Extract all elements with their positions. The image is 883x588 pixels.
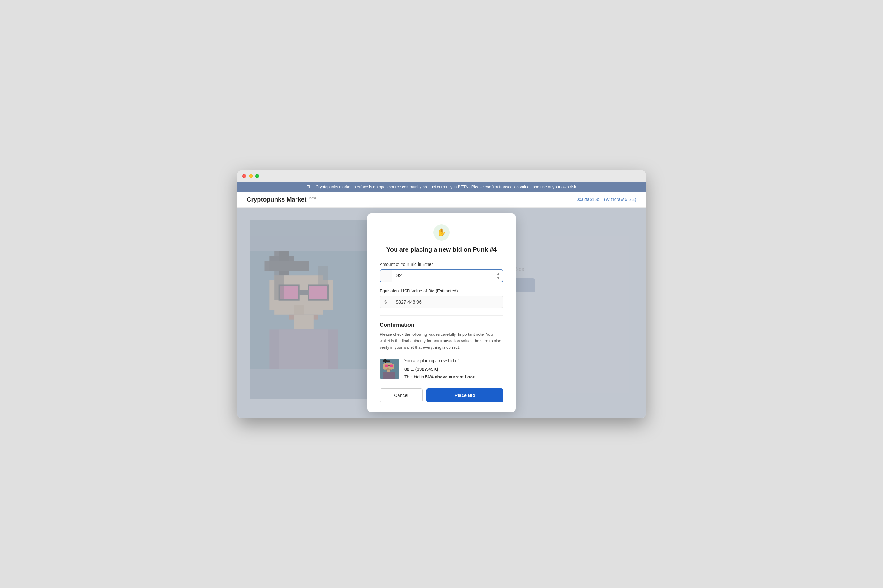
amount-label: Amount of Your Bid in Ether (380, 262, 503, 267)
place-bid-button[interactable]: Place Bid (426, 388, 503, 402)
browser-window: This Cryptopunks market interface is an … (237, 170, 646, 418)
usd-input-wrapper: $ (380, 296, 503, 308)
beta-banner: This Cryptopunks market interface is an … (237, 182, 646, 192)
amount-form-group: Amount of Your Bid in Ether ≡ ▲ ▼ (380, 262, 503, 282)
confirmation-details: You are placing a new bid of 82 Ξ ($327.… (405, 357, 475, 381)
svg-rect-27 (383, 364, 385, 369)
usd-value (391, 296, 503, 308)
modal-dialog: ✋ You are placing a new bid on Punk #4 A… (367, 213, 516, 412)
withdraw-link[interactable]: (Withdraw 6.5 Ξ) (604, 197, 636, 202)
browser-titlebar (237, 170, 646, 182)
svg-rect-35 (383, 372, 394, 379)
amount-input-wrapper: ≡ ▲ ▼ (380, 269, 503, 282)
fullscreen-button[interactable] (255, 174, 259, 178)
amount-prefix: ≡ (380, 270, 392, 282)
wallet-address[interactable]: 0xa2fab15b (577, 197, 599, 202)
floor-text: This bid is 56% above current floor. (405, 373, 475, 381)
main-content: ✋ No Current Bids Bid ✋ You are placing … (237, 208, 646, 418)
beta-tag: beta (309, 196, 316, 200)
amount-stepper[interactable]: ▲ ▼ (494, 272, 503, 280)
modal-hand-icon: ✋ (433, 225, 450, 240)
header-right: 0xa2fab15b (Withdraw 6.5 Ξ) (577, 197, 636, 202)
svg-rect-25 (383, 361, 390, 362)
modal-overlay: ✋ You are placing a new bid on Punk #4 A… (237, 208, 646, 418)
divider (380, 315, 503, 316)
punk-thumbnail (380, 359, 399, 379)
confirmation-section: Confirmation Please check the following … (380, 322, 503, 381)
svg-rect-31 (388, 366, 390, 367)
punk-thumb-svg (380, 359, 399, 379)
minimize-button[interactable] (249, 174, 253, 178)
cancel-button[interactable]: Cancel (380, 388, 423, 402)
confirmation-title: Confirmation (380, 322, 503, 328)
confirmation-card: You are placing a new bid of 82 Ξ ($327.… (380, 357, 503, 381)
placing-text: You are placing a new bid of (405, 357, 475, 365)
usd-label: Equivalent USD Value of Bid (Estimated) (380, 288, 503, 293)
confirmation-text: Please check the following values carefu… (380, 332, 503, 351)
svg-rect-30 (390, 365, 393, 367)
modal-buttons: Cancel Place Bid (380, 388, 503, 402)
amount-input[interactable] (392, 270, 494, 282)
usd-prefix: $ (380, 296, 391, 308)
banner-text: This Cryptopunks market interface is an … (307, 184, 576, 189)
app-header: Cryptopunks Market beta 0xa2fab15b (With… (237, 192, 646, 208)
modal-title: You are placing a new bid on Punk #4 (380, 246, 503, 253)
close-button[interactable] (242, 174, 246, 178)
svg-rect-34 (387, 370, 390, 372)
bid-amount: 82 Ξ ($327.45K) (405, 365, 475, 373)
modal-icon-area: ✋ (380, 225, 503, 240)
usd-form-group: Equivalent USD Value of Bid (Estimated) … (380, 288, 503, 308)
svg-rect-29 (385, 365, 388, 367)
app-title: Cryptopunks Market beta (247, 196, 316, 203)
svg-rect-32 (387, 368, 388, 370)
